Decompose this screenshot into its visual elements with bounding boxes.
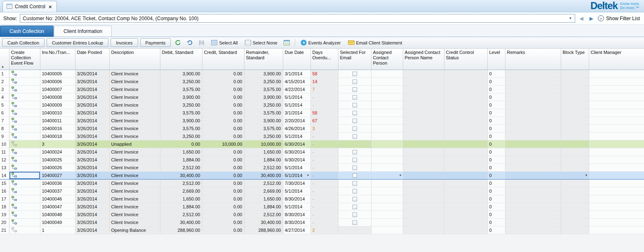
debit-standard-cell[interactable]: 1,650.00 [160,148,202,156]
column-header-due-date[interactable]: Due Date [283,49,310,70]
create-collection-event-flow-cell[interactable] [9,140,40,148]
debit-standard-cell[interactable]: 3,575.00 [160,85,202,93]
days-overdue-cell[interactable]: - [310,218,338,226]
remainder-standard-cell[interactable]: 2,669.00 [244,187,283,195]
table-row[interactable]: 14104000273/26/2014Client Invoice30,400.… [0,171,644,179]
credit-standard-cell[interactable]: 0.00 [202,218,244,226]
days-overdue-cell[interactable]: 58 [310,70,338,77]
due-date-cell[interactable]: 5/1/2014▼ [283,171,310,179]
assigned-contact-person-name-cell[interactable] [403,101,444,109]
client-manager-cell[interactable] [589,148,644,156]
remarks-cell[interactable] [505,93,561,101]
days-overdue-cell[interactable]: 7 [310,85,338,93]
invoice-number-cell[interactable]: 10400027 [40,171,75,179]
description-cell[interactable]: Client Invoice [109,187,160,195]
forward-button[interactable]: ▶ [588,16,595,21]
credit-control-status-cell[interactable] [444,109,487,117]
debit-standard-cell[interactable]: 1,650.00 [160,195,202,203]
event-flow-icon[interactable] [12,157,17,162]
level-cell[interactable]: 0 [487,179,505,187]
column-header-selected-for-email[interactable]: Selected For Email [338,49,371,70]
column-header-level[interactable]: Level [487,49,505,70]
date-posted-cell[interactable]: 3/26/2014 [75,195,109,203]
remarks-cell[interactable] [505,179,561,187]
credit-standard-cell[interactable]: 10,000.00 [202,140,244,148]
level-cell[interactable]: 0 [487,203,505,210]
selected-for-email-cell[interactable] [338,101,371,109]
credit-control-status-cell[interactable] [444,203,487,210]
debit-standard-cell[interactable]: 3,900.00 [160,93,202,101]
days-overdue-cell[interactable]: - [310,171,338,179]
credit-standard-cell[interactable]: 0.00 [202,70,244,77]
block-type-cell[interactable] [561,93,589,101]
remainder-standard-cell[interactable]: 3,250.00 [244,132,283,140]
description-cell[interactable]: Client Invoice [109,163,160,171]
date-posted-cell[interactable]: 3/26/2014 [75,203,109,210]
table-row[interactable]: 9104000183/26/2014Client Invoice3,250.00… [0,132,644,140]
assigned-contact-person-cell[interactable] [371,203,403,210]
invoice-number-cell[interactable]: 10400006 [40,77,75,85]
back-button[interactable]: ◀ [578,16,585,21]
credit-standard-cell[interactable]: 0.00 [202,93,244,101]
grid-corner-header[interactable]: ▲ [0,49,9,70]
block-type-cell[interactable] [561,210,589,218]
due-date-cell[interactable]: 5/1/2014 [283,163,310,171]
assigned-contact-person-name-cell[interactable] [403,226,444,234]
customer-entries-lookup-button[interactable]: Customer Entries Lookup [47,38,108,47]
payments-button[interactable]: Payments [140,38,171,47]
description-cell[interactable]: Client Invoice [109,179,160,187]
event-flow-icon[interactable] [12,71,17,76]
days-overdue-cell[interactable]: 58 [310,109,338,117]
debit-standard-cell[interactable]: 2,669.00 [160,187,202,195]
due-date-cell[interactable]: 5/1/2014 [283,132,310,140]
selected-for-email-cell[interactable] [338,124,371,132]
due-date-cell[interactable]: 4/27/2014 [283,226,310,234]
column-header-client-manager[interactable]: Client Manager [589,49,644,70]
days-overdue-cell[interactable]: 3 [310,124,338,132]
create-collection-event-flow-cell[interactable] [9,77,40,85]
credit-standard-cell[interactable]: 0.00 [202,171,244,179]
remainder-standard-cell[interactable]: 3,250.00 [244,101,283,109]
remarks-cell[interactable] [505,117,561,124]
create-collection-event-flow-cell[interactable] [9,171,40,179]
column-header-debit-standard[interactable]: Debit, Standard [160,49,202,70]
block-type-cell[interactable] [561,70,589,77]
level-cell[interactable]: 0 [487,148,505,156]
block-type-cell[interactable] [561,218,589,226]
debit-standard-cell[interactable]: 3,250.00 [160,77,202,85]
remainder-standard-cell[interactable]: 2,512.00 [244,179,283,187]
credit-control-status-cell[interactable] [444,171,487,179]
selected-for-email-cell[interactable] [338,203,371,210]
column-header-create-collection-event-flow[interactable]: Create Collection Event Flow [9,49,40,70]
create-collection-event-flow-cell[interactable] [9,226,40,234]
event-flow-icon[interactable] [12,86,17,91]
assigned-contact-person-cell[interactable] [371,218,403,226]
assigned-contact-person-name-cell[interactable] [403,148,444,156]
assigned-contact-person-name-cell[interactable] [403,124,444,132]
event-flow-icon[interactable] [12,118,17,123]
days-overdue-cell[interactable]: - [310,132,338,140]
selected-for-email-cell[interactable] [338,179,371,187]
assigned-contact-person-name-cell[interactable] [403,70,444,77]
days-overdue-cell[interactable]: - [310,179,338,187]
event-flow-icon[interactable] [12,196,17,201]
chevron-down-icon[interactable]: ▼ [307,174,310,177]
credit-standard-cell[interactable]: 0.00 [202,179,244,187]
credit-standard-cell[interactable]: 0.00 [202,77,244,85]
days-overdue-cell[interactable]: - [310,156,338,163]
description-cell[interactable]: Client Invoice [109,132,160,140]
event-flow-icon[interactable] [12,227,17,232]
credit-control-status-cell[interactable] [444,117,487,124]
days-overdue-cell[interactable]: - [310,195,338,203]
description-cell[interactable]: Client Invoice [109,109,160,117]
credit-control-status-cell[interactable] [444,124,487,132]
due-date-cell[interactable]: 3/1/2014 [283,70,310,77]
date-posted-cell[interactable]: 3/26/2014 [75,124,109,132]
assigned-contact-person-name-cell[interactable] [403,117,444,124]
create-collection-event-flow-cell[interactable] [9,195,40,203]
client-manager-cell[interactable] [589,187,644,195]
level-cell[interactable]: 0 [487,77,505,85]
due-date-cell[interactable]: 8/30/2014 [283,218,310,226]
description-cell[interactable]: Client Invoice [109,85,160,93]
event-flow-icon[interactable] [12,165,17,170]
